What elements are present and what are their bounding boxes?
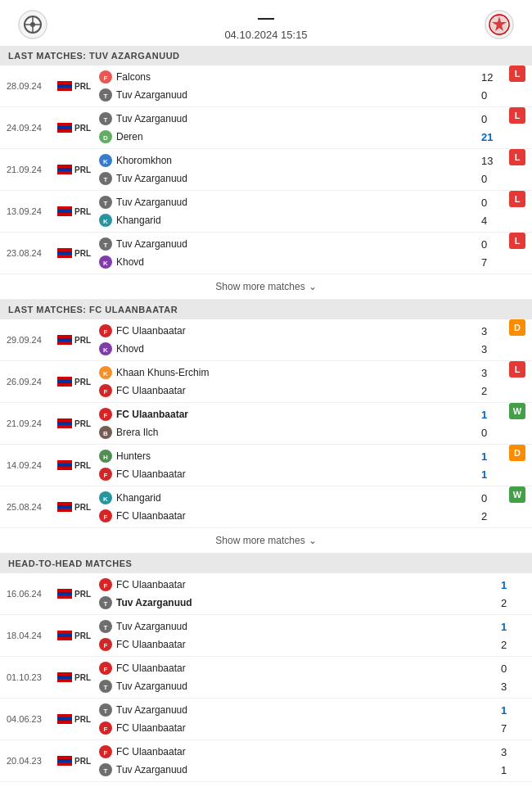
- match-date: 25.08.24: [7, 486, 57, 527]
- svg-text:F: F: [104, 472, 108, 479]
- match-row: 21.09.24 PRL F FC Ulaanbaatar 1: [0, 403, 532, 445]
- svg-rect-94: [57, 676, 72, 679]
- svg-rect-37: [57, 248, 72, 251]
- match-row: 18.04.24 PRL T Tuv Azarganuud 1: [0, 615, 532, 657]
- teams-block: T Tuv Azarganuud 1 F FC Ulaanbaatar 7: [98, 699, 525, 739]
- svg-rect-53: [57, 383, 72, 387]
- match-row: 26.09.24 PRL K Khaan Khuns-Erchim 3: [0, 361, 532, 403]
- match-row: 28.09.24 PRL F Falcons 12: [0, 66, 532, 107]
- team1-line: T Tuv Azarganuud 0: [98, 193, 506, 211]
- team2-line: F FC Ulaanbaatar 2: [98, 507, 506, 525]
- team1-name: Falcons: [116, 71, 478, 83]
- svg-text:F: F: [104, 582, 108, 590]
- result-badge: D: [509, 445, 525, 461]
- svg-rect-44: [57, 335, 72, 338]
- svg-text:T: T: [104, 200, 108, 207]
- svg-text:B: B: [103, 430, 108, 437]
- svg-text:T: T: [104, 116, 108, 124]
- svg-text:K: K: [103, 346, 108, 354]
- match-date: 26.09.24: [7, 361, 57, 402]
- league-label: PRL: [74, 249, 91, 258]
- team1-icon: F: [98, 70, 113, 84]
- team1-icon: T: [98, 703, 113, 717]
- match-row: 16.06.24 PRL F FC Ulaanbaatar 1: [0, 573, 532, 615]
- league-info: PRL: [57, 573, 98, 614]
- show-more-tuv[interactable]: Show more matches ⌄: [0, 274, 532, 300]
- team1-name: FC Ulaanbaatar: [116, 409, 478, 420]
- teams-block: T Tuv Azarganuud 0 D Deren 21: [98, 107, 506, 148]
- match-row: 20.04.23 PRL F FC Ulaanbaatar 3: [0, 740, 532, 782]
- team2-icon: F: [98, 637, 113, 652]
- svg-rect-88: [57, 637, 72, 640]
- show-more-fc[interactable]: Show more matches ⌄: [0, 528, 532, 554]
- league-info: PRL: [57, 740, 98, 781]
- team2-score: 3: [481, 343, 506, 355]
- match-date: 04.06.23: [7, 699, 57, 739]
- section1-header: LAST MATCHES: TUV AZARGANUUD: [0, 46, 532, 66]
- league-info: PRL: [57, 486, 98, 527]
- teams-block: F FC Ulaanbaatar 3 K Khovd 3: [98, 319, 506, 360]
- teams-block: F FC Ulaanbaatar 3 T Tuv Azarganuud 1: [98, 740, 525, 781]
- team2-name: Brera Ilch: [116, 427, 478, 438]
- svg-rect-108: [57, 759, 72, 762]
- team2-name: Tuv Azarganuud: [116, 597, 498, 608]
- team1-score: 1: [481, 409, 506, 421]
- team2-line: T Tuv Azarganuud 0: [98, 86, 506, 104]
- svg-rect-60: [57, 425, 72, 428]
- team2-icon: T: [98, 595, 113, 610]
- league-label: PRL: [74, 461, 91, 470]
- team2-icon: B: [98, 425, 113, 440]
- team1-icon: F: [98, 577, 113, 592]
- team2-line: K Khangarid 4: [98, 211, 506, 229]
- team2-line: K Khovd 7: [98, 253, 506, 271]
- team1-icon: T: [98, 111, 113, 126]
- svg-rect-101: [57, 717, 72, 721]
- svg-text:T: T: [104, 624, 108, 631]
- team1-name: Khangarid: [116, 492, 478, 504]
- team1-line: F FC Ulaanbaatar 3: [98, 743, 525, 761]
- result-badge: L: [509, 233, 525, 249]
- svg-rect-102: [57, 721, 72, 724]
- league-info: PRL: [57, 361, 98, 402]
- team1-score: 0: [481, 238, 506, 251]
- league-info: PRL: [57, 107, 98, 148]
- match-row: 21.09.24 PRL K Khoromkhon 13: [0, 149, 532, 191]
- team1-icon: T: [98, 195, 113, 210]
- teams-block: H Hunters 1 F FC Ulaanbaatar 1: [98, 445, 506, 486]
- team2-score: 3: [501, 681, 525, 693]
- league-info: PRL: [57, 66, 98, 106]
- team1-icon: K: [98, 491, 113, 505]
- svg-rect-30: [57, 206, 72, 210]
- league-info: PRL: [57, 615, 98, 656]
- svg-text:F: F: [104, 726, 108, 733]
- team1-name: Khoromkhon: [116, 155, 478, 166]
- team1-score: 13: [481, 155, 506, 167]
- league-label: PRL: [74, 419, 91, 428]
- team2-icon: T: [98, 88, 113, 102]
- match-row: 13.09.24 PRL T Tuv Azarganuud 0: [0, 191, 532, 233]
- svg-rect-9: [57, 81, 72, 84]
- svg-text:F: F: [104, 75, 108, 82]
- team2-score: 7: [501, 722, 525, 735]
- match-row: 14.09.24 PRL H Hunters 1: [0, 445, 532, 486]
- svg-text:F: F: [104, 412, 108, 419]
- svg-rect-17: [57, 126, 72, 129]
- team1-score: 0: [481, 492, 506, 504]
- svg-rect-52: [57, 380, 72, 383]
- match-date: 29.09.24: [7, 319, 57, 360]
- team2-name: FC Ulaanbaatar: [116, 722, 498, 734]
- team2-line: T Tuv Azarganuud 3: [98, 677, 525, 695]
- team2-name: FC Ulaanbaatar: [116, 468, 478, 480]
- result-badge: L: [509, 107, 525, 124]
- match-date: 24.09.24: [7, 107, 57, 148]
- team1-score: 1: [481, 450, 506, 463]
- match-date: 01.10.23: [7, 657, 57, 698]
- league-info: PRL: [57, 657, 98, 698]
- match-date: 21.09.24: [7, 403, 57, 444]
- team2-name: Khangarid: [116, 215, 478, 226]
- match-date: 20.04.23: [7, 740, 57, 781]
- svg-text:F: F: [104, 666, 108, 673]
- svg-text:T: T: [104, 93, 108, 100]
- team1-line: F FC Ulaanbaatar 1: [98, 576, 525, 594]
- match-header: — 04.10.2024 15:15: [0, 0, 532, 46]
